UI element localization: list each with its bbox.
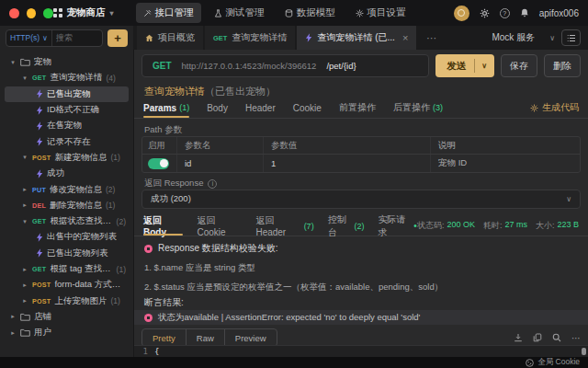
more-icon[interactable]: ⋯	[571, 333, 581, 343]
gear-icon[interactable]	[480, 8, 490, 18]
caret-down-icon[interactable]: ▾	[21, 75, 28, 82]
view-tab-raw[interactable]: Raw	[186, 328, 225, 347]
response-stat: 状态码:200 OK	[417, 220, 475, 232]
document-tab[interactable]: 项目概览	[137, 26, 203, 50]
tree-item[interactable]: ▸用户	[5, 325, 129, 340]
tree-item[interactable]: ▸店铺	[5, 309, 129, 325]
add-button[interactable]: +	[107, 29, 128, 47]
caret-down-icon[interactable]: ▾	[21, 154, 28, 161]
minimize-window-button[interactable]	[27, 8, 37, 18]
response-tab[interactable]: 实际请求•	[379, 216, 417, 236]
protocol-selector[interactable]: HTTP(s) ∨	[6, 30, 52, 46]
tree-item[interactable]: 已售出宠物列表	[5, 246, 129, 261]
caret-right-icon[interactable]: ▸	[9, 313, 17, 320]
global-cookie-button[interactable]: 全局 Cookie	[526, 357, 580, 368]
layout-toggle-button[interactable]	[561, 29, 581, 46]
tree-item[interactable]: ▸POSTform-data 方式更新宠物信...	[5, 277, 129, 293]
close-icon[interactable]: ×	[402, 32, 408, 43]
response-tab-label: 控制台	[328, 213, 352, 239]
response-body-editor[interactable]: 1 {	[134, 345, 588, 357]
tree-item[interactable]: 已售出宠物	[5, 86, 129, 102]
scrollbar-thumb[interactable]	[582, 348, 586, 355]
save-button[interactable]: 保存	[501, 54, 537, 77]
response-tab[interactable]: 返回 Cookie	[197, 216, 242, 236]
more-tabs-button[interactable]: ⋯	[418, 32, 445, 44]
zoom-window-button[interactable]	[43, 8, 53, 18]
nav-item-2[interactable]: 测试管理	[207, 3, 272, 23]
method-tag: POST	[32, 154, 51, 162]
assertion-result: 状态为available | AssertionError: expected …	[134, 310, 588, 325]
tree-item[interactable]: ▾POST新建宠物信息(1)	[5, 150, 129, 166]
validation-title: Response 数据结构校验失败:	[158, 242, 278, 255]
chevron-down-icon: ▾	[110, 9, 114, 17]
send-button[interactable]: 发送 ∨	[435, 54, 494, 77]
delete-button[interactable]: 删除	[544, 54, 581, 77]
request-tab[interactable]: Cookie	[293, 98, 322, 118]
caret-right-icon[interactable]: ▸	[21, 186, 28, 193]
tree-item-label: 根据状态查找宠物列表	[50, 215, 112, 227]
tree-item[interactable]: ▾GET根据状态查找宠物列表(2)	[5, 213, 129, 229]
tree-item-label: 宠物	[34, 56, 51, 68]
view-tab-preview[interactable]: Preview	[224, 328, 277, 347]
search-input[interactable]	[52, 33, 102, 42]
endpoint-title-sub: （已售出宠物）	[205, 86, 276, 97]
caret-down-icon[interactable]: ▾	[21, 218, 28, 225]
method-tag: GET	[32, 265, 46, 273]
response-case-selector[interactable]: 成功 (200) ∨	[141, 190, 581, 209]
request-bar: GET http://127.0.0.1:4523/mock/396612 /p…	[141, 54, 581, 77]
avatar[interactable]	[454, 6, 469, 21]
request-tab[interactable]: Params(1)	[143, 98, 189, 118]
tree-item-label: form-data 方式更新宠物信...	[54, 279, 126, 291]
username[interactable]: apifox006	[539, 8, 579, 18]
request-tab[interactable]: 后置操作(3)	[393, 98, 443, 118]
nav-item-label: 项目设置	[368, 6, 406, 19]
help-icon[interactable]: ?	[500, 8, 510, 18]
request-tab-label: Header	[245, 103, 276, 113]
param-name-cell[interactable]: id	[177, 155, 264, 172]
chevron-down-icon: ∨	[42, 34, 48, 42]
caret-right-icon[interactable]: ▸	[21, 297, 28, 305]
tree-item[interactable]: ▸PUT修改宠物信息(2)	[5, 181, 129, 197]
bell-icon[interactable]	[520, 8, 529, 18]
caret-right-icon[interactable]: ▸	[21, 282, 28, 289]
copy-icon[interactable]	[533, 333, 542, 342]
caret-down-icon[interactable]: ▾	[9, 59, 17, 66]
response-tabs: 返回 Body返回 Cookie返回 Header(7)控制台(2)实际请求•	[143, 216, 417, 236]
search-icon[interactable]	[552, 333, 561, 342]
tree-item[interactable]: ▸DEL删除宠物信息(1)	[5, 198, 129, 213]
response-tab[interactable]: 控制台(2)	[328, 216, 365, 236]
tree-item[interactable]: ▾宠物	[5, 54, 129, 70]
tree-item[interactable]: 在售宠物	[5, 118, 129, 133]
tree-item[interactable]: 出售中的宠物列表	[5, 229, 129, 245]
nav-item-3[interactable]: 数据模型	[277, 3, 343, 23]
caret-right-icon[interactable]: ▸	[9, 329, 17, 337]
tree-item[interactable]: ▾GET查询宠物详情(4)	[5, 70, 129, 86]
caret-right-icon[interactable]: ▸	[21, 266, 28, 273]
param-value-cell[interactable]: 1	[264, 155, 431, 172]
nav-item-1[interactable]: 接口管理	[136, 3, 201, 23]
tree-item[interactable]: ▸GET根据 tag 查找宠物列表(1)	[5, 261, 129, 277]
validation-item: 1. $.name 应当是 string 类型	[144, 262, 578, 274]
generate-code-button[interactable]: 生成代码	[530, 101, 579, 114]
tree-item[interactable]: ID格式不正确	[5, 102, 129, 118]
tree-item[interactable]: 记录不存在	[5, 133, 129, 149]
tree-item[interactable]: ▸POST上传宠物图片(1)	[5, 293, 129, 308]
tree-item[interactable]: 成功	[5, 166, 129, 181]
document-tab[interactable]: 查询宠物详情 (已...×	[297, 26, 416, 50]
close-window-button[interactable]	[9, 8, 19, 18]
project-switcher[interactable]: 宠物商店 ▾	[53, 6, 114, 19]
response-tab[interactable]: 返回 Header(7)	[255, 216, 313, 236]
response-tab[interactable]: 返回 Body	[143, 216, 183, 236]
caret-right-icon[interactable]: ▸	[21, 201, 28, 209]
environment-selector[interactable]: Mock 服务 ∨	[492, 31, 555, 44]
url-input[interactable]: GET http://127.0.0.1:4523/mock/396612 /p…	[141, 54, 429, 77]
request-tab[interactable]: Header	[245, 98, 276, 118]
request-tab[interactable]: 前置操作	[339, 98, 376, 118]
info-icon[interactable]: i	[208, 179, 217, 189]
view-tab-pretty[interactable]: Pretty	[141, 328, 187, 347]
download-icon[interactable]	[514, 333, 523, 342]
toggle-switch[interactable]	[148, 158, 169, 169]
document-tab[interactable]: GET查询宠物详情	[205, 26, 295, 50]
nav-item-4[interactable]: 项目设置	[348, 3, 413, 23]
request-tab[interactable]: Body	[207, 98, 228, 118]
